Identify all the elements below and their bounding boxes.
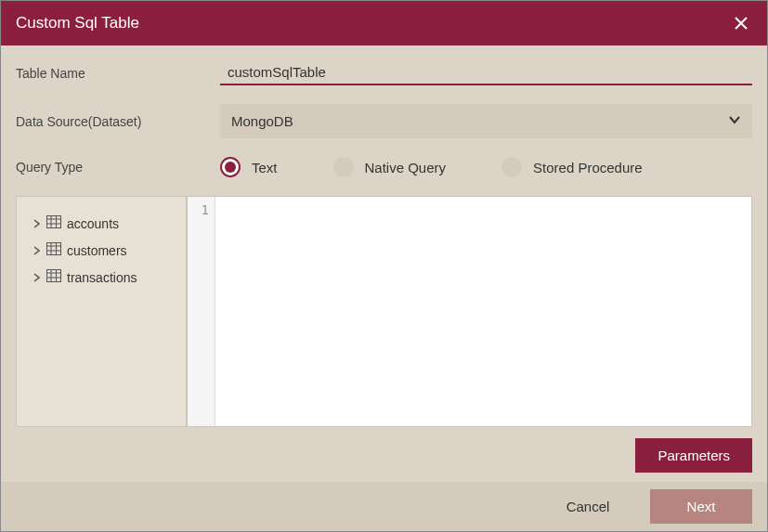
cancel-button[interactable]: Cancel (537, 489, 639, 524)
chevron-down-icon (728, 113, 741, 129)
data-source-label: Data Source(Dataset) (16, 114, 220, 129)
query-type-row: Query Type Text Native Query Stored Proc… (16, 157, 752, 177)
svg-rect-0 (47, 216, 61, 228)
radio-dot (225, 162, 236, 173)
radio-native-query[interactable]: Native Query (333, 157, 447, 177)
svg-rect-5 (47, 243, 61, 255)
table-name-input[interactable] (220, 60, 752, 85)
next-button[interactable]: Next (650, 489, 752, 524)
dialog-footer: Cancel Next (1, 482, 767, 531)
data-source-value: MongoDB (231, 113, 293, 129)
chevron-right-icon (32, 273, 41, 282)
radio-text-label: Text (252, 160, 278, 175)
params-row: Parameters (16, 438, 752, 473)
table-name-label: Table Name (16, 66, 220, 81)
radio-stored-procedure-label: Stored Procedure (533, 160, 643, 175)
radio-native-query-label: Native Query (365, 160, 447, 175)
tree-panel: accounts customers (16, 196, 187, 427)
chevron-right-icon (32, 246, 41, 255)
data-source-row: Data Source(Dataset) MongoDB (16, 104, 752, 138)
data-source-select-wrap: MongoDB (220, 104, 752, 138)
radio-text[interactable]: Text (220, 157, 278, 177)
custom-sql-dialog: Custom Sql Table Table Name Data Source(… (0, 0, 768, 532)
dialog-title: Custom Sql Table (16, 14, 139, 32)
data-source-select[interactable]: MongoDB (220, 104, 752, 138)
dialog-content: Table Name Data Source(Dataset) MongoDB … (1, 45, 767, 482)
radio-circle-unselected (333, 157, 354, 177)
code-panel: 1 (187, 196, 752, 427)
table-icon (46, 242, 61, 258)
tree-item-customers[interactable]: customers (24, 237, 178, 264)
table-icon (46, 269, 61, 285)
svg-rect-10 (47, 270, 61, 282)
tree-item-label: accounts (67, 216, 119, 231)
radio-circle-selected (220, 157, 241, 177)
close-icon (734, 16, 748, 31)
parameters-button[interactable]: Parameters (635, 438, 752, 473)
tree-item-label: customers (67, 243, 127, 258)
table-name-row: Table Name (16, 60, 752, 85)
query-type-radio-group: Text Native Query Stored Procedure (220, 157, 752, 177)
tree-item-accounts[interactable]: accounts (24, 210, 178, 237)
chevron-right-icon (32, 219, 41, 228)
sql-editor[interactable] (215, 197, 751, 426)
editor-row: accounts customers (16, 196, 752, 427)
close-button[interactable] (730, 12, 752, 34)
radio-stored-procedure[interactable]: Stored Procedure (501, 157, 643, 177)
table-icon (46, 215, 61, 231)
tree-item-transactions[interactable]: transactions (24, 264, 178, 291)
titlebar: Custom Sql Table (1, 1, 767, 45)
radio-circle-unselected (501, 157, 522, 177)
tree-item-label: transactions (67, 270, 137, 285)
query-type-label: Query Type (16, 160, 220, 175)
line-gutter: 1 (188, 197, 215, 426)
line-number: 1 (188, 202, 209, 217)
